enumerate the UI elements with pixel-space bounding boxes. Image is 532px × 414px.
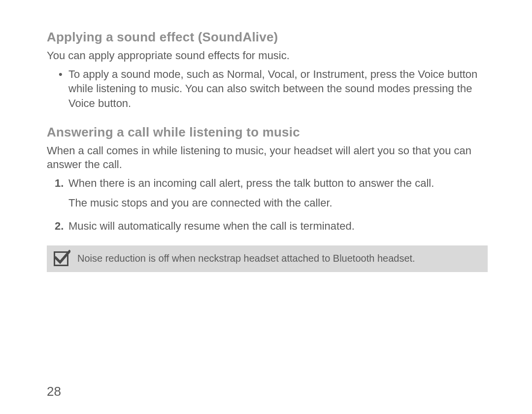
answering-call-intro: When a call comes in while listening to … xyxy=(47,144,488,172)
sound-effect-bullet-list: To apply a sound mode, such as Normal, V… xyxy=(47,67,488,111)
section-heading-sound-effect: Applying a sound effect (SoundAlive) xyxy=(47,30,488,45)
checkmark-icon xyxy=(54,251,68,266)
step-2: Music will automatically resume when the… xyxy=(68,219,488,234)
sound-effect-bullet: To apply a sound mode, such as Normal, V… xyxy=(68,67,488,111)
step-1-sub: The music stops and you are connected wi… xyxy=(68,196,488,210)
step-1: When there is an incoming call alert, pr… xyxy=(68,176,488,210)
answering-call-steps: When there is an incoming call alert, pr… xyxy=(47,176,488,234)
document-page: Applying a sound effect (SoundAlive) You… xyxy=(0,0,532,414)
note-text: Noise reduction is off when neckstrap he… xyxy=(77,253,415,264)
step-1-text: When there is an incoming call alert, pr… xyxy=(68,177,434,189)
page-number: 28 xyxy=(47,384,61,399)
note-box: Noise reduction is off when neckstrap he… xyxy=(47,245,488,272)
sound-effect-intro: You can apply appropriate sound effects … xyxy=(47,49,488,63)
section-heading-answering-call: Answering a call while listening to musi… xyxy=(47,125,488,140)
